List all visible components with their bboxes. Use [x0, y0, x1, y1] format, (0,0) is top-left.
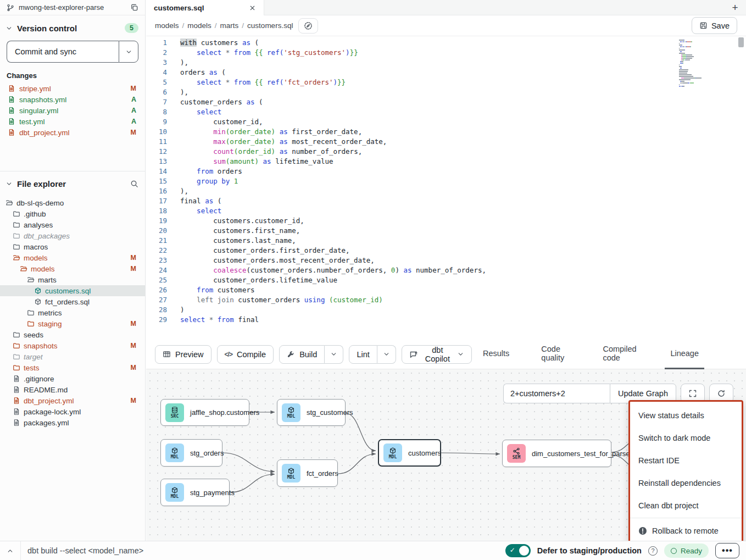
- lint-options-caret[interactable]: [377, 345, 396, 364]
- expand-command-bar-button[interactable]: [0, 541, 21, 560]
- commit-and-sync-button[interactable]: Commit and sync: [7, 41, 119, 63]
- tab-customers-sql[interactable]: customers.sql: [146, 0, 264, 15]
- build-options-caret[interactable]: [325, 345, 343, 364]
- file-tree-item-db-sl-qs-demo[interactable]: db-sl-qs-demo: [0, 197, 145, 208]
- file-tree-item-snapshots[interactable]: snapshotsM: [0, 340, 145, 351]
- file-tree-item-models[interactable]: modelsM: [0, 252, 145, 263]
- file-tree-item-packages-yml[interactable]: packages.yml: [0, 417, 145, 428]
- dbt-copilot-button[interactable]: dbt Copilot: [402, 345, 472, 364]
- file-tree-item-package-lock-yml[interactable]: package-lock.yml: [0, 406, 145, 417]
- changed-file-row[interactable]: singular.yml A: [0, 105, 145, 116]
- changed-file-row[interactable]: snapshots.yml A: [0, 94, 145, 105]
- search-icon[interactable]: [130, 180, 138, 188]
- lint-button[interactable]: Lint: [349, 345, 377, 364]
- graph-search-input[interactable]: [503, 384, 610, 403]
- minimap[interactable]: [679, 40, 715, 87]
- code-line[interactable]: 3),: [146, 58, 746, 68]
- menu-item-clean-dbt-project[interactable]: Clean dbt project: [630, 494, 742, 517]
- code-line[interactable]: 24 coalesce(customer_orders.number_of_or…: [146, 265, 746, 275]
- lineage-canvas[interactable]: SRC jaffle_shop.customers MDL stg_custom…: [146, 369, 746, 541]
- code-line[interactable]: 15 group by 1: [146, 176, 746, 186]
- preview-button[interactable]: Preview: [155, 345, 211, 364]
- lineage-node-customers[interactable]: MDL customers: [378, 439, 441, 467]
- changed-file-row[interactable]: test.yml A: [0, 116, 145, 127]
- file-tree-item--gitignore[interactable]: .gitignore: [0, 373, 145, 384]
- code-line[interactable]: 29select * from final: [146, 315, 746, 325]
- lineage-node-stg_customers[interactable]: MDL stg_customers: [277, 399, 346, 426]
- file-tree-item-metrics[interactable]: metrics: [0, 307, 145, 318]
- code-line[interactable]: 19 customers.customer_id,: [146, 216, 746, 226]
- code-line[interactable]: 26 from customers: [146, 285, 746, 295]
- file-tree-item-fct-orders-sql[interactable]: fct_orders.sql: [0, 296, 145, 307]
- file-tree-item-tests[interactable]: testsM: [0, 362, 145, 373]
- tab-compiled-code[interactable]: Compiled code: [597, 340, 644, 369]
- lineage-node-dim_customers[interactable]: SEM dim_customers_test_for_parse: [502, 440, 611, 467]
- code-line[interactable]: 25 customer_orders.lifetime_value: [146, 275, 746, 285]
- lineage-node-fct_orders[interactable]: MDL fct_orders: [277, 459, 338, 487]
- tab-lineage[interactable]: Lineage: [665, 340, 704, 369]
- code-editor[interactable]: 1with customers as (2 select * from {{ r…: [146, 36, 746, 340]
- code-line[interactable]: 1with customers as (: [146, 38, 746, 48]
- breadcrumb-item[interactable]: marts: [220, 21, 239, 30]
- code-line[interactable]: 16),: [146, 186, 746, 196]
- file-tree-item-target[interactable]: target: [0, 351, 145, 362]
- menu-item-reinstall-dependencies[interactable]: Reinstall dependencies: [630, 472, 742, 494]
- file-tree-item-readme-md[interactable]: README.md: [0, 384, 145, 395]
- file-tree-item-dbt-project-yml[interactable]: dbt_project.ymlM: [0, 395, 145, 406]
- code-line[interactable]: 21 customers.last_name,: [146, 236, 746, 246]
- code-line[interactable]: 18 select: [146, 206, 746, 216]
- code-line[interactable]: 12 count(order_id) as number_of_orders,: [146, 147, 746, 157]
- file-tree-item-dbt-packages[interactable]: dbt_packages: [0, 230, 145, 241]
- file-tree-item-seeds[interactable]: seeds: [0, 329, 145, 340]
- code-line[interactable]: 13 sum(amount) as lifetime_value: [146, 157, 746, 167]
- menu-item-switch-to-dark-mode[interactable]: Switch to dark mode: [630, 426, 742, 449]
- commit-options-caret[interactable]: [119, 41, 138, 63]
- editor-scrollbar[interactable]: [738, 37, 744, 334]
- changed-file-row[interactable]: dbt_project.yml M: [0, 127, 145, 138]
- copilot-edit-button[interactable]: [298, 18, 318, 34]
- code-line[interactable]: 28): [146, 305, 746, 315]
- code-line[interactable]: 14 from orders: [146, 167, 746, 176]
- code-line[interactable]: 17final as (: [146, 196, 746, 206]
- lineage-node-stg_orders[interactable]: MDL stg_orders: [160, 439, 222, 467]
- version-control-header[interactable]: Version control 5: [0, 15, 145, 38]
- code-line[interactable]: 27 left join customer_orders using (cust…: [146, 295, 746, 305]
- code-line[interactable]: 7customer_orders as (: [146, 97, 746, 107]
- code-line[interactable]: 8 select: [146, 107, 746, 117]
- file-tree-item-customers-sql[interactable]: customers.sql: [0, 285, 145, 296]
- file-tree-item--github[interactable]: .github: [0, 208, 145, 219]
- file-tree-item-models[interactable]: modelsM: [0, 263, 145, 274]
- file-tree-item-staging[interactable]: stagingM: [0, 318, 145, 329]
- code-line[interactable]: 6),: [146, 87, 746, 97]
- code-line[interactable]: 10 min(order_date) as first_order_date,: [146, 127, 746, 137]
- build-button[interactable]: Build: [279, 345, 325, 364]
- file-explorer-header[interactable]: File explorer: [0, 171, 145, 194]
- code-line[interactable]: 5 select * from {{ ref('fct_orders')}}: [146, 77, 746, 87]
- menu-item-view-status-details[interactable]: View status details: [630, 404, 742, 426]
- menu-item-rollback-to-remote[interactable]: Rollback to remote: [630, 519, 742, 541]
- lineage-node-stg_payments[interactable]: MDL stg_payments: [160, 479, 230, 506]
- defer-toggle[interactable]: ✓: [505, 544, 531, 557]
- compile-button[interactable]: </>Compile: [217, 345, 274, 364]
- file-tree-item-analyses[interactable]: analyses: [0, 219, 145, 230]
- code-line[interactable]: 4orders as (: [146, 68, 746, 77]
- breadcrumb-item[interactable]: customers.sql: [247, 21, 293, 30]
- more-options-button[interactable]: •••: [715, 543, 739, 558]
- copy-icon[interactable]: [130, 3, 138, 12]
- breadcrumb-item[interactable]: models: [155, 21, 179, 30]
- code-line[interactable]: 11 max(order_date) as most_recent_order_…: [146, 137, 746, 147]
- changed-file-row[interactable]: stripe.yml M: [0, 83, 145, 94]
- file-tree-item-macros[interactable]: macros: [0, 241, 145, 252]
- code-line[interactable]: 9 customer_id,: [146, 117, 746, 127]
- code-line[interactable]: 20 customers.first_name,: [146, 226, 746, 236]
- lineage-node-src_customers[interactable]: SRC jaffle_shop.customers: [160, 399, 249, 426]
- menu-item-restart-ide[interactable]: Restart IDE: [630, 449, 742, 472]
- new-tab-button[interactable]: +: [724, 0, 746, 15]
- breadcrumb-item[interactable]: models: [187, 21, 211, 30]
- code-line[interactable]: 22 customer_orders.first_order_date,: [146, 246, 746, 256]
- tab-results[interactable]: Results: [477, 340, 515, 369]
- command-input[interactable]: dbt build --select <model_name>: [21, 546, 505, 555]
- code-line[interactable]: 2 select * from {{ ref('stg_customers')}…: [146, 48, 746, 58]
- close-icon[interactable]: [249, 4, 256, 12]
- file-tree-item-marts[interactable]: marts: [0, 274, 145, 285]
